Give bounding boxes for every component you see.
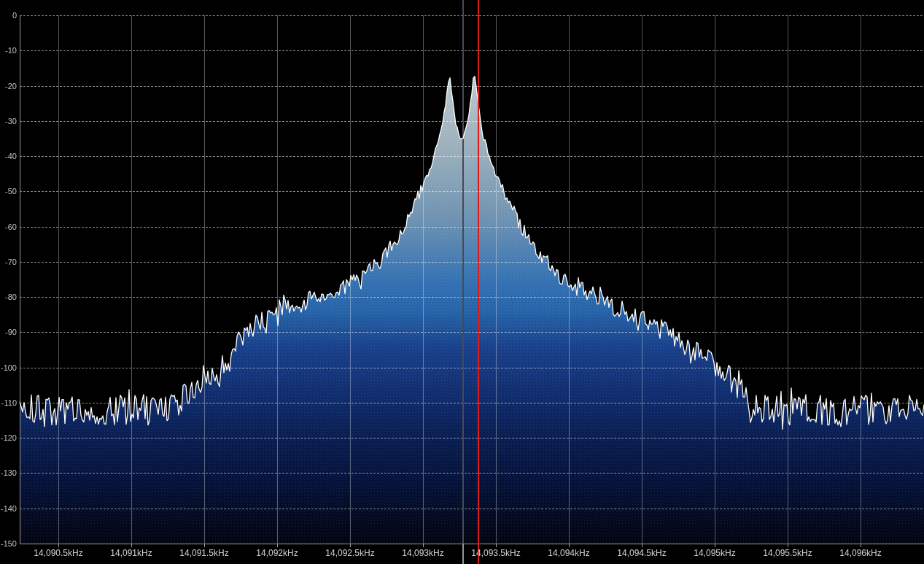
spectrum-plot-canvas[interactable] (0, 0, 924, 564)
spectrum-analyzer-display: 0-10-20-30-40-50-60-70-80-90-100-110-120… (0, 0, 924, 564)
